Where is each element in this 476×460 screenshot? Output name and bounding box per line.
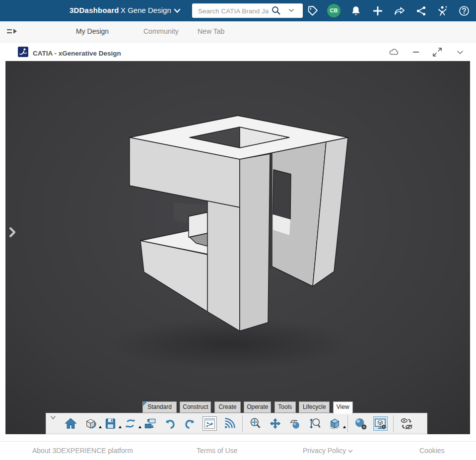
display-settings-button[interactable] — [373, 416, 388, 431]
dashboard-chevron-down-icon[interactable] — [173, 6, 182, 15]
widget-title: CATIA - xGenerative Design — [33, 50, 121, 57]
dropdown-marker[interactable] — [99, 426, 102, 428]
rotate-hand-sphere-icon — [288, 417, 302, 430]
top-bar: 3DDashboard X Gene Design CB — [0, 0, 476, 21]
search-icon[interactable] — [271, 5, 281, 16]
home-button[interactable] — [64, 416, 78, 431]
standard-fold-marker — [143, 402, 147, 406]
render-style-button[interactable] — [353, 416, 368, 431]
ribbon-tab-operate[interactable]: Operate — [244, 401, 271, 413]
brand-title: 3DDashboard — [69, 6, 119, 14]
ribbon-tab-construct[interactable]: Construct — [180, 401, 211, 413]
toolbar-divider — [347, 415, 348, 432]
iso-cube-icon — [328, 417, 341, 430]
share-network-icon[interactable] — [415, 4, 428, 17]
tab-new-tab[interactable]: New Tab — [198, 27, 224, 35]
rotate-button[interactable] — [288, 416, 302, 431]
undo-button[interactable] — [163, 416, 177, 431]
synchronize-button[interactable] — [123, 416, 137, 431]
sync-arrows-icon — [124, 417, 137, 430]
footer-link-privacy[interactable]: Privacy Policy — [303, 447, 346, 455]
undo-arrow-icon — [163, 417, 177, 430]
footer-divider — [0, 441, 476, 442]
footer-link-terms[interactable]: Terms of Use — [197, 447, 237, 455]
footer-link-about[interactable]: About 3DEXPERIENCE platform — [32, 447, 133, 455]
import-box-icon — [84, 417, 97, 430]
panel-expand-chevron-icon[interactable] — [8, 226, 17, 238]
ribbon-tab-lifecycle[interactable]: Lifecycle — [299, 401, 330, 413]
hide-show-swap-button[interactable] — [399, 416, 413, 431]
pan-button[interactable] — [268, 416, 282, 431]
tab-community[interactable]: Community — [143, 27, 179, 35]
sphere-gear-icon — [354, 417, 368, 431]
3d-model-canvas[interactable] — [5, 61, 470, 434]
application-window: 3DDashboard X Gene Design CB — [0, 0, 476, 460]
dependency-graph-button[interactable] — [203, 416, 217, 431]
ribbon-tab-bar: Standard Construct Create Operate Tools … — [142, 401, 354, 413]
toolbar-divider — [393, 415, 394, 432]
isometric-view-button[interactable] — [328, 416, 342, 431]
redo-arrow-icon — [183, 417, 197, 430]
home-icon — [64, 417, 77, 430]
ribbon-tab-tools[interactable]: Tools — [274, 401, 296, 413]
rss-feed-icon — [223, 417, 236, 430]
zoom-fit-icon — [249, 417, 262, 430]
save-button[interactable] — [103, 416, 118, 431]
import-model-button[interactable] — [83, 416, 98, 431]
minimize-icon[interactable] — [410, 47, 421, 58]
model-face-column-right[interactable] — [240, 154, 270, 331]
notifications-feed-button[interactable] — [222, 416, 237, 431]
dropdown-marker[interactable] — [119, 426, 122, 428]
model-face-slit-dark[interactable] — [270, 154, 272, 269]
search-input[interactable] — [197, 5, 273, 16]
3d-viewport[interactable] — [5, 61, 470, 434]
eye-swap-icon — [400, 417, 413, 431]
ribbon-tab-standard[interactable]: Standard — [142, 401, 177, 413]
dashboard-tab-bar: My Design Community New Tab — [0, 21, 476, 43]
zoom-fit-button[interactable] — [248, 416, 263, 431]
transfer-files-icon — [143, 417, 157, 430]
toolbar-divider — [242, 415, 243, 432]
privacy-chevron-icon[interactable] — [347, 448, 353, 454]
maximize-expand-icon[interactable] — [432, 47, 443, 58]
search-scope-chevron-icon[interactable] — [287, 6, 295, 14]
notifications-bell-icon[interactable] — [349, 4, 362, 17]
dropdown-marker[interactable] — [343, 426, 346, 428]
dashboard-name[interactable]: X Gene Design — [121, 6, 171, 14]
share-forward-icon[interactable] — [393, 4, 406, 17]
dropdown-marker[interactable] — [138, 426, 141, 428]
import-export-button[interactable] — [143, 416, 157, 431]
pan-arrows-icon — [269, 417, 282, 430]
ribbon-toolbar — [46, 413, 427, 434]
footer: About 3DEXPERIENCE platform Terms of Use… — [0, 434, 476, 460]
help-icon[interactable] — [458, 4, 471, 17]
footer-link-cookies[interactable]: Cookies — [419, 447, 445, 455]
search-box — [192, 3, 303, 18]
widget-chevron-down-icon[interactable] — [455, 47, 466, 58]
avatar[interactable]: CB — [327, 4, 340, 17]
ribbon-tab-view[interactable]: View — [333, 401, 353, 414]
cloud-status-icon[interactable] — [388, 47, 399, 58]
zoom-in-out-icon — [308, 417, 322, 430]
save-floppy-icon — [104, 417, 117, 430]
screen-cube-gear-icon — [374, 417, 387, 430]
ribbon-tab-create[interactable]: Create — [214, 401, 241, 413]
model-face-column-left[interactable] — [207, 201, 240, 331]
model-face-wall-hole-dark[interactable] — [273, 170, 291, 219]
add-content-plus-icon[interactable] — [371, 4, 384, 17]
tab-my-design[interactable]: My Design — [76, 27, 109, 35]
toolbar-collapse-chevron-icon[interactable] — [48, 414, 58, 422]
redo-button[interactable] — [183, 416, 197, 431]
collaborate-person-icon[interactable] — [436, 4, 449, 17]
sidebar-toggle-icon[interactable] — [6, 27, 18, 38]
graph-panel-icon — [204, 417, 216, 430]
model-face-gap-white[interactable] — [189, 212, 207, 237]
tag-icon[interactable] — [306, 4, 319, 17]
3ds-logo-icon — [18, 47, 28, 57]
zoom-in-out-button[interactable] — [308, 416, 322, 431]
